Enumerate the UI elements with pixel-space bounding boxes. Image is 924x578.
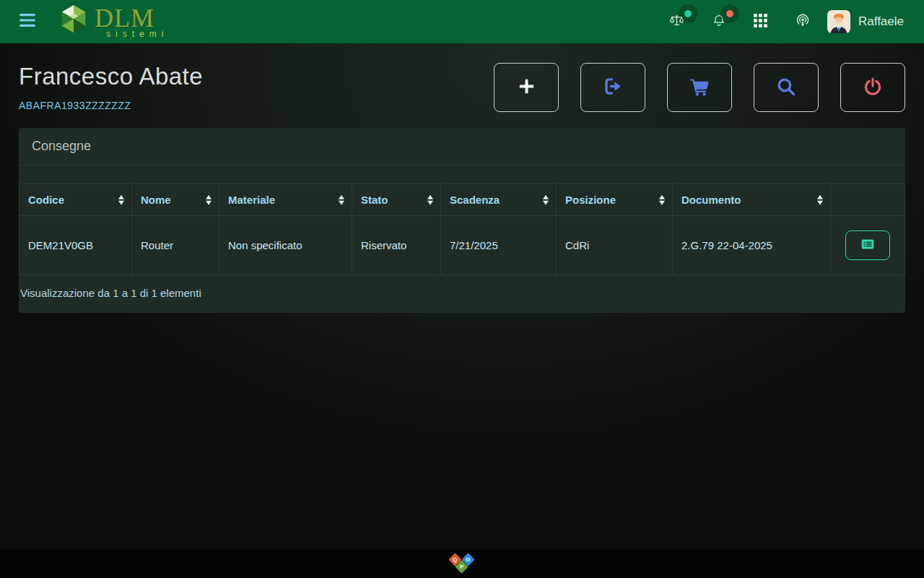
sort-icon <box>543 194 549 205</box>
grid-icon <box>754 14 767 30</box>
brand-subtitle: sistemi <box>106 30 168 38</box>
col-header-stato[interactable]: Stato <box>352 184 441 216</box>
sign-out-icon <box>602 75 624 100</box>
sort-icon <box>339 194 344 205</box>
search-button[interactable] <box>754 63 819 112</box>
cell-codice: DEM21V0GB <box>19 216 132 275</box>
col-header-nome[interactable]: Nome <box>132 184 219 216</box>
apps-grid-button[interactable] <box>752 13 770 30</box>
bell-badge-dot <box>726 10 733 17</box>
col-header-posizione[interactable]: Posizione <box>557 184 673 216</box>
menu-toggle-button[interactable] <box>19 14 35 30</box>
hamburger-icon <box>19 14 35 30</box>
consegne-table: Codice Nome Materiale Stato Scadenza Pos… <box>19 184 905 275</box>
add-button[interactable] <box>494 63 559 112</box>
consegne-panel: Consegne Codice Nome Materiale Stato Sca… <box>19 128 905 313</box>
power-icon <box>862 76 884 100</box>
footer-logo: Q G P <box>448 553 476 574</box>
power-button[interactable] <box>840 63 905 112</box>
navbar-right-group: Raffaele <box>644 10 904 33</box>
balance-scale-button[interactable] <box>668 13 686 30</box>
sort-icon <box>427 194 433 205</box>
podcast-icon <box>795 12 811 31</box>
scale-badge <box>679 4 697 23</box>
cell-scadenza: 7/21/2025 <box>441 216 557 275</box>
page-header: Francesco Abate ABAFRA1933ZZZZZZZ <box>19 63 905 112</box>
brand-logo[interactable]: DLM sistemi <box>57 4 168 40</box>
col-header-documento[interactable]: Documento <box>673 184 831 216</box>
sort-icon <box>659 194 665 205</box>
action-buttons <box>494 63 905 112</box>
panel-body: Codice Nome Materiale Stato Scadenza Pos… <box>19 165 905 313</box>
brand-name: DLM <box>95 5 168 31</box>
podcast-button[interactable] <box>794 13 811 30</box>
col-header-materiale[interactable]: Materiale <box>219 184 352 216</box>
top-navbar: DLM sistemi <box>0 0 924 43</box>
cell-documento: 2.G.79 22-04-2025 <box>673 216 831 275</box>
user-name[interactable]: Raffaele <box>858 14 904 29</box>
page-title: Francesco Abate <box>19 63 203 90</box>
cell-stato: Riservato <box>352 216 441 275</box>
panel-title: Consegne <box>19 128 905 165</box>
table-header-row: Codice Nome Materiale Stato Scadenza Pos… <box>19 184 905 216</box>
user-avatar[interactable] <box>827 10 850 33</box>
fiscal-code-link[interactable]: ABAFRA1933ZZZZZZZ <box>19 100 131 111</box>
sort-icon <box>118 194 124 205</box>
sort-icon <box>206 194 212 205</box>
scale-badge-dot <box>684 10 692 17</box>
table-row: DEM21V0GB Router Non specificato Riserva… <box>19 216 905 275</box>
notifications-button[interactable] <box>710 13 728 30</box>
person-block: Francesco Abate ABAFRA1933ZZZZZZZ <box>19 63 203 112</box>
plus-icon <box>516 76 537 99</box>
shopping-cart-icon <box>689 75 711 100</box>
table-info-text: Visualizzazione da 1 a 1 di 1 elementi <box>19 275 905 313</box>
list-alt-icon <box>860 236 876 254</box>
search-icon <box>775 76 797 100</box>
cell-posizione: CdRi <box>557 216 673 275</box>
row-detail-button[interactable] <box>845 230 890 260</box>
cell-materiale: Non specificato <box>219 216 352 275</box>
main-content: Francesco Abate ABAFRA1933ZZZZZZZ <box>0 43 924 549</box>
cell-actions <box>831 216 905 275</box>
cart-button[interactable] <box>667 63 732 112</box>
cell-nome: Router <box>132 216 219 275</box>
col-header-codice[interactable]: Codice <box>19 184 132 216</box>
sort-icon <box>817 194 823 205</box>
page-footer: Q G P <box>0 549 924 578</box>
col-header-actions <box>831 184 905 216</box>
bell-badge <box>720 4 739 23</box>
signout-delivery-button[interactable] <box>580 63 645 112</box>
col-header-scadenza[interactable]: Scadenza <box>441 184 557 216</box>
dlm-gem-icon <box>57 4 90 40</box>
